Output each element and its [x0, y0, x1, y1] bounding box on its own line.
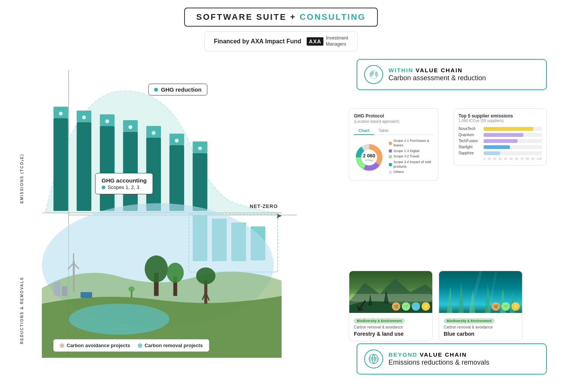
- forestry-card-body: Biodiversity & Environment Carbon remova…: [349, 313, 432, 341]
- supplier-bar-track-1: [484, 133, 542, 137]
- within-vc-title-block: WITHIN VALUE CHAIN Carbon assessment & r…: [388, 67, 486, 82]
- ghg-protocol-title: GHG Protocol: [354, 113, 433, 119]
- y-axis-reductions-label: REDUCTIONS & REMOVALS: [20, 230, 24, 344]
- donut-chart: 2 060 tCO₂e: [354, 142, 384, 173]
- legend-entry-3: Scope 3·4 Impact of sold products: [389, 160, 433, 169]
- within-vc-subtitle: Carbon assessment & reduction: [388, 74, 486, 82]
- blue-carbon-card-icons: 🌿 🌱 ☀: [492, 302, 520, 311]
- legend-color-2: [389, 155, 392, 158]
- supplier-bar-1: [484, 133, 523, 137]
- supplier-row-4: Sapphire: [459, 151, 542, 155]
- blue-carbon-card-tag: Biodiversity & Environment: [444, 318, 495, 324]
- axa-badge: Financed by AXA Impact Fund AXA Investme…: [204, 31, 358, 51]
- svg-point-2: [59, 112, 63, 116]
- svg-point-14: [152, 131, 156, 135]
- tab-table[interactable]: Table: [374, 127, 393, 135]
- axa-logo: AXA InvestmentManagers: [307, 35, 348, 47]
- svg-rect-43: [81, 292, 92, 298]
- forestry-card-icons: 🌿 🌱 💧 ☀: [392, 302, 430, 311]
- carbon-legend: Carbon avoidance projects Carbon removal…: [53, 339, 209, 352]
- beyond-vc-box: BEYOND VALUE CHAIN Emissions reductions …: [357, 343, 547, 375]
- blue-card-icon-green: 🌱: [502, 302, 510, 311]
- ghg-protocol-subtitle: (Location-based approach): [354, 119, 433, 124]
- svg-rect-41: [53, 282, 60, 296]
- forestry-card-tag: Biodiversity & Environment: [354, 318, 405, 324]
- supplier-bar-track-4: [484, 151, 542, 155]
- within-vc-header: WITHIN VALUE CHAIN Carbon assessment & r…: [364, 65, 539, 84]
- chart-inner: ▼ ▶: [42, 70, 282, 359]
- svg-point-5: [82, 116, 86, 119]
- supplier-row-0: NovaTech: [459, 127, 542, 131]
- fingerprint-icon: [364, 65, 383, 84]
- axa-logo-box: AXA: [307, 37, 324, 46]
- tab-chart[interactable]: Chart: [354, 127, 374, 135]
- legend-entry-2: Scope 3·2 Travel: [389, 154, 433, 159]
- removal-dot-icon: [138, 343, 142, 348]
- blue-carbon-card[interactable]: 🌿 🌱 ☀ Biodiversity & Environment Carbon …: [439, 271, 522, 341]
- net-zero-label: NET-ZERO: [250, 203, 278, 209]
- svg-point-45: [129, 286, 135, 292]
- avoidance-dot-icon: [60, 343, 64, 348]
- donut-legend-list: Scope 2·1 Purchases & leases Scope 1·3 D…: [389, 139, 433, 176]
- svg-rect-42: [62, 286, 67, 296]
- legend-color-4: [389, 171, 392, 174]
- svg-rect-6: [100, 126, 115, 211]
- svg-point-32: [167, 263, 184, 283]
- teal-dot-icon: [102, 186, 105, 189]
- ghg-accounting-title: GHG accounting: [102, 177, 146, 184]
- donut-center: 2 060 tCO₂e: [363, 152, 376, 162]
- right-panels: WITHIN VALUE CHAIN Carbon assessment & r…: [349, 59, 547, 375]
- legend-entry-4: Others: [389, 170, 433, 175]
- carbon-removal-legend: Carbon removal projects: [138, 343, 203, 348]
- blue-carbon-card-image: 🌿 🌱 ☀: [439, 271, 522, 313]
- legend-color-1: [389, 149, 392, 152]
- card-icon-orange: 🌿: [392, 302, 400, 311]
- svg-rect-9: [123, 132, 138, 211]
- beyond-highlight: BEYOND: [388, 351, 417, 358]
- legend-entry-0: Scope 2·1 Purchases & leases: [389, 139, 433, 148]
- carbon-avoidance-legend: Carbon avoidance projects: [60, 343, 130, 348]
- svg-rect-0: [53, 118, 68, 211]
- globe-icon: [364, 349, 383, 368]
- consulting-label: CONSULTING: [299, 12, 366, 22]
- ghg-panel-content: 2 060 tCO₂e Scope 2·1 Purchases & leases…: [354, 139, 433, 176]
- blue-carbon-card-category: Carbon removal & avoidance: [444, 325, 517, 329]
- financed-label: Financed by AXA Impact Fund: [214, 38, 301, 45]
- within-vc-title: WITHIN VALUE CHAIN: [388, 67, 486, 73]
- svg-rect-15: [169, 145, 184, 211]
- supplier-bar-2: [484, 139, 517, 143]
- forestry-card-category: Carbon removal & avoidance: [354, 325, 428, 329]
- chart-section: EMISSIONS (TCO₂E) REDUCTIONS & REMOVALS …: [15, 70, 282, 359]
- diagram-area: EMISSIONS (TCO₂E) REDUCTIONS & REMOVALS …: [8, 59, 554, 375]
- svg-point-8: [105, 119, 109, 123]
- green-dot-icon: [154, 88, 158, 92]
- blue-carbon-card-body: Biodiversity & Environment Carbon remova…: [439, 313, 522, 341]
- blue-card-icon-yellow: ☀: [511, 302, 520, 311]
- svg-point-30: [145, 256, 168, 282]
- beyond-vc-title: BEYOND VALUE CHAIN: [388, 351, 489, 358]
- svg-rect-3: [76, 122, 91, 211]
- supplier-row-2: TechFusion: [459, 139, 542, 143]
- supplier-bar-0: [484, 127, 533, 131]
- blue-carbon-card-title: Blue carbon: [444, 331, 517, 337]
- supplier-row-1: Quantum: [459, 133, 542, 137]
- card-icon-green: 🌱: [402, 302, 410, 311]
- card-icon-blue: 💧: [412, 302, 420, 311]
- svg-line-53: [470, 271, 481, 313]
- within-vc-box: WITHIN VALUE CHAIN Carbon assessment & r…: [357, 59, 547, 90]
- suppliers-panel: Top 5 supplier emissions 1 060 tCO₂e (59…: [454, 108, 547, 165]
- donut-unit: tCO₂e: [363, 159, 376, 162]
- suppliers-title: Top 5 supplier emissions: [459, 113, 542, 119]
- supplier-bar-track-2: [484, 139, 542, 143]
- donut-value: 2 060: [363, 152, 376, 159]
- svg-point-11: [129, 125, 132, 129]
- beyond-vc-header: BEYOND VALUE CHAIN Emissions reductions …: [364, 349, 539, 368]
- legend-color-0: [389, 142, 392, 145]
- y-axis-emissions-label: EMISSIONS (TCO₂E): [20, 89, 24, 203]
- main-container: SOFTWARE SUITE + CONSULTING Financed by …: [0, 0, 562, 392]
- legend-entry-1: Scope 1·3 Digital: [389, 149, 433, 154]
- investment-managers-label: InvestmentManagers: [326, 35, 348, 47]
- blue-card-icon-orange: 🌿: [492, 302, 500, 311]
- ghg-accounting-subtitle: Scopes 1, 2, 3: [102, 184, 146, 190]
- project-cards-container: 🌿 🌱 💧 ☀ Biodiversity & Environment Carbo…: [349, 271, 522, 341]
